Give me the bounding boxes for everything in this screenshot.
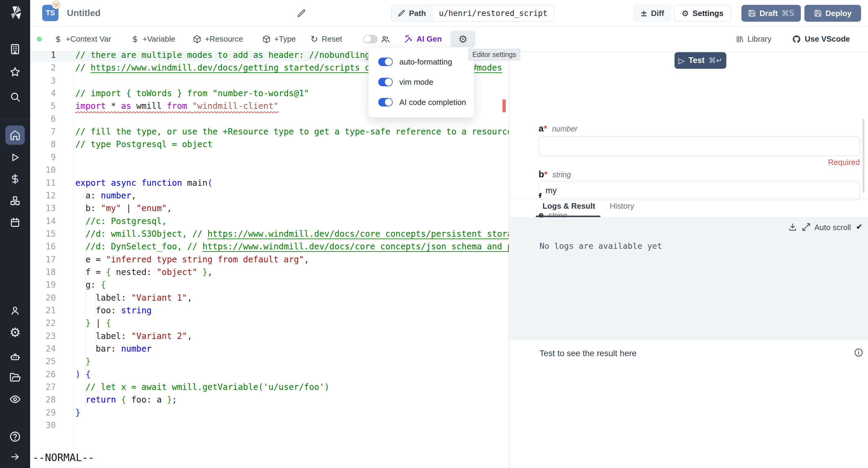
- line-number: 14: [30, 215, 56, 228]
- use-vscode-button[interactable]: Use VScode: [792, 27, 850, 52]
- home-icon[interactable]: [10, 130, 21, 141]
- line-number: 3: [30, 75, 56, 87]
- add-resource-button[interactable]: +Resource: [193, 27, 243, 52]
- person-icon[interactable]: [10, 305, 21, 316]
- robot-icon[interactable]: [9, 351, 21, 363]
- line-number: 11: [30, 177, 56, 189]
- eye-icon[interactable]: [9, 393, 21, 405]
- dollar-icon[interactable]: [10, 173, 21, 184]
- line-number: 17: [30, 253, 56, 266]
- line-number: 30: [30, 419, 56, 432]
- info-icon[interactable]: [854, 348, 864, 357]
- building-icon[interactable]: [9, 43, 21, 55]
- folder-icon[interactable]: [9, 372, 21, 383]
- code-line-21: foo: string: [75, 304, 152, 317]
- windmill-logo[interactable]: [6, 4, 24, 21]
- no-logs-message: No logs are available yet: [539, 241, 662, 251]
- setting-vim-mode[interactable]: vim mode: [378, 76, 433, 89]
- add-type-button[interactable]: +Type: [262, 27, 296, 52]
- diff-button[interactable]: ± Diff: [634, 5, 671, 22]
- autoscroll-checkbox[interactable]: ✔: [856, 222, 863, 231]
- logs-panel: Auto scroll ✔ No logs are available yet: [509, 218, 868, 340]
- gear-icon[interactable]: ⚙: [9, 326, 21, 339]
- star-icon[interactable]: [9, 66, 21, 78]
- panel-divider[interactable]: [509, 52, 509, 468]
- setting-ai-code-completion[interactable]: AI code completion: [378, 96, 466, 109]
- line-number: 15: [30, 228, 56, 240]
- line-number: 23: [30, 330, 56, 343]
- help-icon[interactable]: [9, 431, 21, 443]
- path-field[interactable]: Path u/henri/restored_script: [391, 5, 554, 22]
- code-line-7: // fill the type, or use the +Resource t…: [75, 125, 509, 138]
- pencil-icon: [398, 9, 405, 17]
- code-line-4: // import { toWords } from "number-to-wo…: [75, 87, 309, 100]
- field-label-a: a* number: [538, 123, 578, 134]
- code-line-23: label: "Variant 2",: [75, 330, 192, 343]
- add-context-var-button[interactable]: +Context Var: [54, 27, 111, 52]
- line-number: 10: [30, 164, 56, 176]
- code-line-20: label: "Variant 1",: [75, 292, 192, 304]
- vim-status: --NORMAL--: [33, 451, 94, 464]
- test-button[interactable]: ▷ Test ⌘↵: [675, 52, 726, 69]
- line-number: 13: [30, 202, 56, 215]
- active-tab-underline: [536, 215, 600, 217]
- line-number: 25: [30, 355, 56, 368]
- code-line-11: export async function main(: [75, 177, 213, 189]
- pencil-icon[interactable]: [297, 9, 306, 18]
- code-line-17: e = "inferred type string from default a…: [75, 253, 309, 266]
- reset-button[interactable]: ↻ Reset: [310, 27, 342, 52]
- deploy-button[interactable]: Deploy: [804, 5, 861, 22]
- line-number: 27: [30, 381, 56, 393]
- path-label-segment: Path: [392, 5, 432, 21]
- line-number: 29: [30, 407, 56, 419]
- save-icon: [814, 9, 822, 17]
- code-line-13: b: "my" | "enum",: [75, 202, 172, 215]
- code-line-24: bar: number: [75, 343, 152, 355]
- tab-history[interactable]: History: [610, 201, 634, 211]
- line-number: 24: [30, 343, 56, 355]
- path-value[interactable]: u/henri/restored_script: [432, 5, 554, 21]
- package-icon: [262, 35, 271, 43]
- input-a[interactable]: [538, 137, 860, 156]
- expand-icon[interactable]: [802, 223, 811, 232]
- dollar-icon: [54, 35, 62, 43]
- line-number: 5: [30, 100, 56, 113]
- arrow-right-icon[interactable]: [10, 451, 21, 462]
- autoscroll-label[interactable]: Auto scroll: [814, 223, 851, 232]
- line-number: 26: [30, 368, 56, 381]
- gear-icon: ⚙: [682, 9, 689, 18]
- plus-minus-icon: ±: [641, 8, 647, 19]
- code-line-26: ) {: [75, 368, 91, 381]
- tab-logs-result[interactable]: Logs & Result: [542, 201, 595, 211]
- wand-icon: [404, 35, 413, 44]
- toggle-on[interactable]: [378, 58, 393, 66]
- play-icon[interactable]: [10, 152, 21, 163]
- library-button[interactable]: Library: [735, 27, 771, 52]
- code-line-28: return { foo: a };: [75, 393, 177, 406]
- cubes-icon[interactable]: [9, 195, 21, 207]
- setting-auto-formatting[interactable]: auto-formatting: [378, 55, 452, 68]
- sidebar: ⚙: [0, 0, 30, 468]
- code-line-29: }: [75, 407, 81, 419]
- editor-settings-button[interactable]: ⚙: [451, 31, 475, 48]
- form-scrollbar[interactable]: [863, 118, 864, 193]
- toggle-on[interactable]: [378, 98, 393, 107]
- code-line-16: //d: DynSelect_foo, // https://www.windm…: [75, 240, 509, 253]
- line-number: 12: [30, 189, 56, 202]
- add-variable-button[interactable]: +Variable: [131, 27, 176, 52]
- line-number: 22: [30, 317, 56, 330]
- settings-button[interactable]: ⚙ Settings: [674, 5, 731, 22]
- search-icon[interactable]: [9, 91, 21, 103]
- line-number: 9: [30, 151, 56, 164]
- calendar-icon[interactable]: [10, 217, 21, 228]
- code-line-18: f = { nested: "object" },: [75, 266, 213, 279]
- play-icon: ▷: [678, 56, 684, 65]
- code-line-8: // type Postgresql = object: [75, 138, 213, 151]
- input-b[interactable]: my: [538, 181, 860, 200]
- toggle-on[interactable]: [378, 78, 393, 86]
- draft-button[interactable]: Draft ⌘S: [741, 5, 801, 22]
- line-number: 7: [30, 125, 56, 138]
- field-label-f-partial: f: [538, 192, 541, 198]
- download-icon[interactable]: [788, 223, 797, 232]
- dollar-icon: [131, 35, 139, 43]
